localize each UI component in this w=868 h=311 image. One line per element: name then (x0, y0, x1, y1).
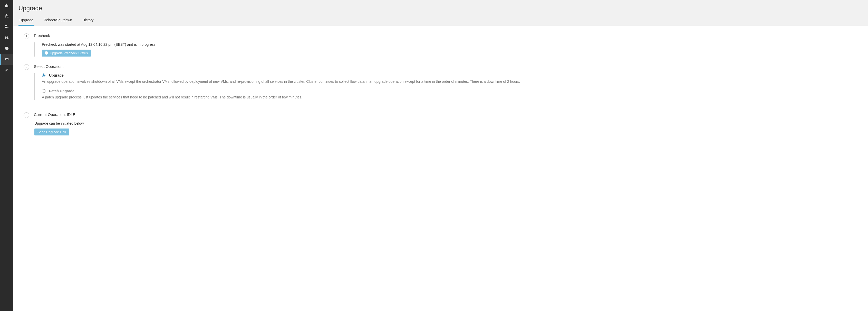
step-precheck: 1 Precheck Precheck was started at Aug 1… (24, 33, 858, 57)
svg-rect-13 (6, 37, 7, 37)
svg-rect-0 (5, 5, 6, 7)
gear-icon (5, 46, 9, 51)
content-area: 1 Precheck Precheck was started at Aug 1… (13, 26, 868, 311)
keyboard-icon (5, 57, 9, 62)
svg-rect-20 (6, 59, 8, 60)
svg-point-10 (7, 37, 8, 39)
svg-rect-7 (5, 25, 7, 26)
sidebar-item-dashboard[interactable] (0, 0, 13, 11)
option-upgrade-label: Upgrade (49, 73, 64, 77)
tab-reboot-shutdown[interactable]: Reboot/Shutdown (42, 16, 73, 26)
step-current-operation: 3 Current Operation: IDLE Upgrade can be… (24, 112, 858, 136)
step-number-1: 1 (24, 33, 29, 39)
bar-chart-icon (5, 3, 9, 8)
option-upgrade-desc: An upgrade operation involves shutdown o… (42, 79, 858, 84)
svg-rect-5 (5, 17, 6, 18)
option-patch-label: Patch Upgrade (49, 89, 74, 93)
step-title-precheck: Precheck (34, 33, 858, 38)
page-title: Upgrade (19, 5, 863, 12)
sidebar-item-upgrade[interactable] (0, 54, 13, 65)
step-number-2: 2 (24, 64, 29, 70)
svg-rect-4 (6, 14, 7, 15)
step-number-3: 3 (24, 112, 29, 118)
sidebar-item-topology[interactable] (0, 11, 13, 22)
svg-rect-2 (7, 5, 8, 7)
svg-rect-12 (7, 36, 8, 37)
svg-rect-14 (5, 58, 8, 60)
main-area: Upgrade Upgrade Reboot/Shutdown History … (13, 0, 868, 311)
button-label: Upgrade Precheck Status (50, 51, 88, 55)
upgrade-precheck-status-button[interactable]: Upgrade Precheck Status (42, 50, 91, 57)
page-header: Upgrade Upgrade Reboot/Shutdown History (13, 0, 868, 26)
precheck-status-text: Precheck was started at Aug 12 04:16:22 … (42, 43, 858, 47)
option-patch-desc: A patch upgrade process just updates the… (42, 94, 858, 100)
send-upgrade-link-button[interactable]: Send Upgrade Link (34, 129, 69, 136)
step-select-operation: 2 Select Operation: Upgrade An upgrade o… (24, 64, 858, 105)
svg-rect-1 (6, 4, 7, 7)
binoculars-icon (5, 35, 9, 40)
option-upgrade: Upgrade An upgrade operation involves sh… (42, 73, 858, 84)
refresh-icon (45, 51, 48, 55)
svg-point-9 (5, 37, 6, 39)
sidebar (0, 0, 13, 311)
radio-patch-upgrade[interactable] (42, 89, 45, 93)
current-op-message: Upgrade can be initiated below. (34, 121, 858, 125)
option-patch-upgrade: Patch Upgrade A patch upgrade process ju… (42, 89, 858, 100)
tab-upgrade[interactable]: Upgrade (19, 16, 34, 26)
tools-icon (5, 68, 9, 73)
step-title-select: Select Operation: (34, 64, 858, 68)
radio-upgrade[interactable] (42, 74, 45, 77)
svg-rect-6 (7, 17, 8, 18)
sitemap-icon (5, 14, 9, 19)
step-title-current: Current Operation: IDLE (34, 112, 858, 117)
tab-history[interactable]: History (81, 16, 95, 26)
svg-rect-11 (5, 36, 6, 37)
sidebar-item-observe[interactable] (0, 32, 13, 43)
svg-rect-3 (5, 7, 9, 7)
button-label: Send Upgrade Link (37, 130, 66, 134)
tab-bar: Upgrade Reboot/Shutdown History (19, 16, 863, 26)
sidebar-item-tools[interactable] (0, 65, 13, 76)
sidebar-item-inventory[interactable] (0, 22, 13, 32)
sidebar-item-settings[interactable] (0, 43, 13, 54)
svg-rect-8 (5, 27, 7, 28)
server-check-icon (5, 25, 9, 30)
